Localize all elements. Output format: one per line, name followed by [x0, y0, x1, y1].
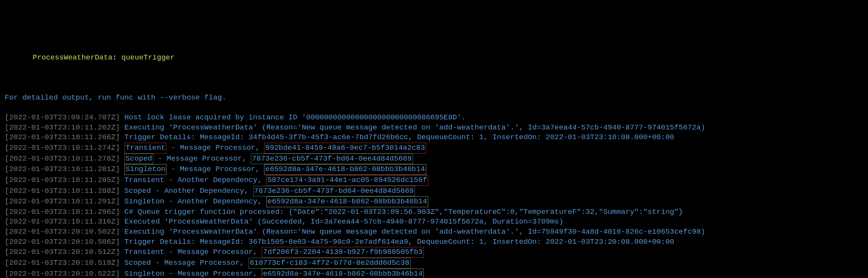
log-line: [2022-01-03T23:20:10.512Z] Transient - M…: [5, 247, 863, 258]
guid-box: 7873e236-cb5f-473f-bd64-0ee4d84d5669: [251, 154, 413, 164]
log-line: [2022-01-03T23:10:11.316Z] Executed 'Pro…: [5, 217, 863, 227]
guid-box: 587ce174-3a91-44e1-ac05-894526dc156f: [266, 175, 428, 186]
timestamp: [2022-01-03T23:20:10.522Z]: [5, 269, 120, 278]
log-message: Host lock lease acquired by instance ID …: [120, 113, 466, 122]
log-line: [2022-01-03T23:10:11.291Z] Singleton - A…: [5, 196, 863, 207]
binding-type: queueTrigger: [121, 53, 175, 62]
log-message: Singleton - Message Processor,: [120, 269, 262, 278]
timestamp: [2022-01-03T23:10:11.288Z]: [5, 187, 120, 195]
scope-label-box: Singleton: [124, 164, 167, 175]
guid-box: e6592d8a-347e-4618-b862-08bbb3b46b14: [262, 269, 424, 278]
log-message: Trigger Details: MessageId: 367b1505-8e0…: [120, 238, 674, 246]
timestamp: [2022-01-03T23:10:11.296Z]: [5, 208, 120, 216]
guid-box: 610773cf-c183-4f72-b77d-8e2ddd6d5c38: [248, 258, 410, 269]
function-header: ProcessWeatherData: queueTrigger: [5, 53, 863, 63]
log-line: [2022-01-03T23:10:11.281Z] Singleton - M…: [5, 164, 863, 175]
timestamp: [2022-01-03T23:10:11.281Z]: [5, 165, 120, 173]
log-lines: [2022-01-03T23:09:24.707Z] Host lock lea…: [5, 113, 863, 278]
timestamp: [2022-01-03T23:20:10.502Z]: [5, 227, 120, 236]
blank-line: [5, 73, 863, 83]
log-line: [2022-01-03T23:10:11.288Z] Scoped - Anot…: [5, 186, 863, 197]
log-line: [2022-01-03T23:10:11.262Z] Executing 'Pr…: [5, 123, 863, 133]
terminal-output: ProcessWeatherData: queueTrigger For det…: [5, 43, 863, 278]
timestamp: [2022-01-03T23:20:10.519Z]: [5, 259, 120, 267]
timestamp: [2022-01-03T23:10:11.316Z]: [5, 217, 120, 226]
timestamp: [2022-01-03T23:10:11.285Z]: [5, 176, 120, 184]
log-message: - Message Processor,: [166, 143, 264, 152]
log-line: [2022-01-03T23:09:24.707Z] Host lock lea…: [5, 113, 863, 123]
function-name: ProcessWeatherData: [33, 53, 112, 62]
scope-label-box: Transient: [124, 143, 167, 154]
log-message: Singleton - Another Dependency,: [120, 197, 266, 206]
separator: :: [112, 53, 121, 62]
log-message: Scoped - Message Processor,: [120, 259, 248, 267]
log-message: Executing 'ProcessWeatherData' (Reason='…: [120, 227, 705, 236]
guid-box: 7df206f3-2204-4139-b927-f9b980505fb3: [262, 247, 424, 258]
log-line: [2022-01-03T23:10:11.278Z] Scoped - Mess…: [5, 154, 863, 164]
guid-box: e6592d8a-347e-4618-b862-08bbb3b46b14: [264, 164, 426, 175]
timestamp: [2022-01-03T23:10:11.262Z]: [5, 123, 120, 132]
log-message: - Message Processor,: [153, 154, 251, 163]
guid-box: 992bde41-8459-49a6-9ec7-b5f3014a2c83: [264, 143, 426, 154]
log-message: - Message Processor,: [166, 165, 264, 173]
log-line: [2022-01-03T23:10:11.266Z] Trigger Detai…: [5, 133, 863, 143]
log-message: Trigger Details: MessageId: 34fb4d45-3f7…: [120, 133, 674, 142]
log-message: Transient - Another Dependency,: [120, 176, 266, 184]
log-line: [2022-01-03T23:10:11.274Z] Transient - M…: [5, 143, 863, 154]
timestamp: [2022-01-03T23:20:10.512Z]: [5, 248, 120, 256]
timestamp: [2022-01-03T23:10:11.274Z]: [5, 143, 120, 152]
log-line: [2022-01-03T23:20:10.506Z] Trigger Detai…: [5, 237, 863, 247]
log-line: [2022-01-03T23:20:10.522Z] Singleton - M…: [5, 269, 863, 278]
log-message: Transient - Message Processor,: [120, 248, 262, 256]
verbose-hint: For detailed output, run func with --ver…: [5, 93, 863, 103]
log-line: [2022-01-03T23:20:10.519Z] Scoped - Mess…: [5, 258, 863, 269]
log-message: Scoped - Another Dependency,: [120, 187, 253, 195]
log-message: Executed 'ProcessWeatherData' (Succeeded…: [120, 217, 563, 226]
log-line: [2022-01-03T23:10:11.285Z] Transient - A…: [5, 175, 863, 186]
timestamp: [2022-01-03T23:20:10.506Z]: [5, 238, 120, 246]
log-message: C# Queue trigger function processed: {"D…: [120, 208, 683, 216]
log-message: Executing 'ProcessWeatherData' (Reason='…: [120, 123, 705, 132]
log-line: [2022-01-03T23:10:11.296Z] C# Queue trig…: [5, 207, 863, 217]
timestamp: [2022-01-03T23:10:11.291Z]: [5, 197, 120, 206]
timestamp: [2022-01-03T23:09:24.707Z]: [5, 113, 120, 122]
timestamp: [2022-01-03T23:10:11.278Z]: [5, 154, 120, 163]
scope-label-box: Scoped: [124, 154, 153, 164]
timestamp: [2022-01-03T23:10:11.266Z]: [5, 133, 120, 142]
log-line: [2022-01-03T23:20:10.502Z] Executing 'Pr…: [5, 227, 863, 237]
guid-box: 7873e236-cb5f-473f-bd64-0ee4d84d5669: [253, 186, 415, 197]
guid-box: e6592d8a-347e-4618-b862-08bbb3b46b14: [266, 196, 428, 207]
